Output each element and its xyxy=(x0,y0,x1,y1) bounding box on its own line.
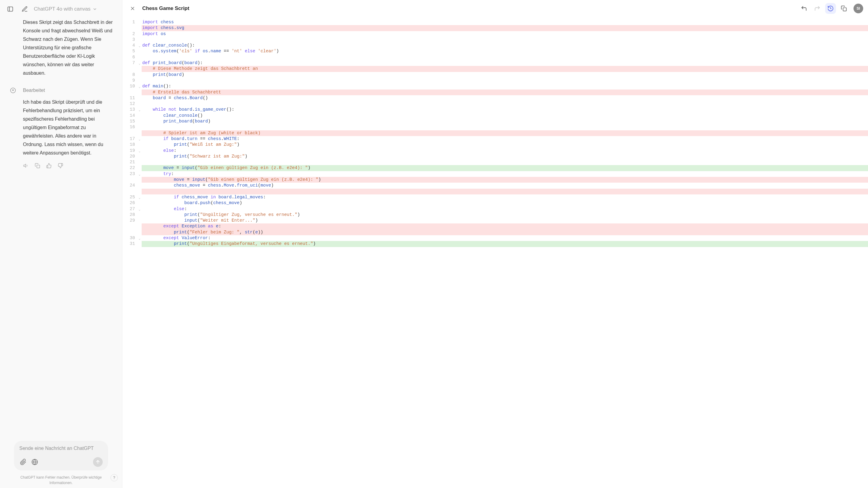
send-button[interactable] xyxy=(93,457,103,467)
line-number: 4⌄ xyxy=(122,42,142,48)
code-line[interactable] xyxy=(142,37,868,42)
chat-scroll[interactable]: Dieses Skript zeigt das Schachbrett in d… xyxy=(0,18,122,438)
line-number: 8 xyxy=(122,72,142,78)
assistant-message-1: Dieses Skript zeigt das Schachbrett in d… xyxy=(23,18,116,78)
code-line[interactable]: move = input("Gib einen gültigen Zug ein… xyxy=(142,177,868,183)
line-number xyxy=(122,130,142,136)
code-line[interactable] xyxy=(142,189,868,194)
thumbs-down-icon xyxy=(58,163,63,168)
line-number: 6 xyxy=(122,54,142,60)
line-number: 29 xyxy=(122,218,142,224)
redo-icon xyxy=(814,5,820,12)
line-number: 26 xyxy=(122,200,142,206)
code-line[interactable]: def clear_console(): xyxy=(142,42,868,48)
code-line[interactable] xyxy=(142,78,868,83)
code-line[interactable] xyxy=(142,101,868,107)
code-line[interactable]: clear_console() xyxy=(142,113,868,118)
thumbs-up-button[interactable] xyxy=(46,163,52,169)
speaker-icon xyxy=(23,163,29,168)
line-number: 27⌄ xyxy=(122,206,142,212)
line-number: 14 xyxy=(122,113,142,118)
line-number: 18 xyxy=(122,142,142,148)
code-line[interactable] xyxy=(142,54,868,60)
code-editor[interactable]: 1234⌄567⌄8910⌄111213⌄14151617⌄1819⌄20212… xyxy=(122,17,868,488)
read-aloud-button[interactable] xyxy=(23,163,29,169)
code-line[interactable]: # Diese Methode zeigt das Schachbrett an xyxy=(142,66,868,71)
line-gutter: 1234⌄567⌄8910⌄111213⌄14151617⌄1819⌄20212… xyxy=(122,19,142,488)
panel-icon xyxy=(7,6,13,12)
svg-rect-10 xyxy=(843,8,846,11)
code-line[interactable]: move = input("Gib einen gültigen Zug ein… xyxy=(142,165,868,171)
code-line[interactable]: try: xyxy=(142,171,868,177)
code-line[interactable]: input("Weiter mit Enter...") xyxy=(142,218,868,224)
undo-icon xyxy=(801,5,807,12)
code-line[interactable]: def main(): xyxy=(142,83,868,89)
line-number: 12 xyxy=(122,101,142,107)
code-line[interactable]: print_board(board) xyxy=(142,118,868,124)
code-line[interactable]: except ValueError: xyxy=(142,235,868,241)
line-number: 20 xyxy=(122,153,142,159)
code-line[interactable]: print(board) xyxy=(142,72,868,78)
line-number: 1 xyxy=(122,19,142,25)
line-number xyxy=(122,177,142,183)
code-line[interactable]: print("Ungültiger Zug, versuche es erneu… xyxy=(142,212,868,218)
line-number: 7⌄ xyxy=(122,60,142,66)
history-button[interactable] xyxy=(825,3,836,14)
code-line[interactable]: board = chess.Board() xyxy=(142,95,868,101)
line-number: 17⌄ xyxy=(122,136,142,142)
line-number xyxy=(122,189,142,194)
line-number xyxy=(122,25,142,31)
model-label: ChatGPT 4o with canvas xyxy=(34,6,91,12)
line-number: 5 xyxy=(122,48,142,54)
code-line[interactable]: board.push(chess_move) xyxy=(142,200,868,206)
code-line[interactable]: print("Ungültiges Eingabeformat, versuch… xyxy=(142,241,868,247)
code-line[interactable]: def print_board(board): xyxy=(142,60,868,66)
code-line[interactable]: if chess_move in board.legal_moves: xyxy=(142,194,868,200)
code-body[interactable]: import chessimport chess.svgimport osdef… xyxy=(142,19,868,488)
canvas-header-right: SI xyxy=(799,3,863,14)
disclaimer: ChatGPT kann Fehler machen. Überprüfe wi… xyxy=(0,473,122,488)
code-line[interactable]: import chess xyxy=(142,19,868,25)
code-line[interactable]: while not board.is_game_over(): xyxy=(142,107,868,113)
close-icon xyxy=(130,5,135,11)
attach-button[interactable] xyxy=(19,458,27,466)
history-icon xyxy=(827,5,834,12)
thumbs-down-button[interactable] xyxy=(57,163,63,169)
redo-button[interactable] xyxy=(812,3,823,14)
code-line[interactable]: except Exception as e: xyxy=(142,224,868,229)
chevron-down-icon xyxy=(92,7,97,11)
code-line[interactable]: # Erstelle das Schachbrett xyxy=(142,89,868,95)
code-line[interactable]: import os xyxy=(142,31,868,37)
arrow-up-icon xyxy=(95,459,100,465)
user-avatar[interactable]: SI xyxy=(854,4,863,13)
canvas-header: Chess Game Script SI xyxy=(122,0,868,17)
code-line[interactable]: print("Weiß ist am Zug:") xyxy=(142,142,868,148)
code-line[interactable]: else: xyxy=(142,206,868,212)
copy-code-button[interactable] xyxy=(838,3,849,14)
close-canvas-button[interactable] xyxy=(127,3,138,14)
line-number: 28 xyxy=(122,212,142,218)
code-line[interactable]: # Spieler ist am Zug (white or black) xyxy=(142,130,868,136)
code-line[interactable]: chess_move = chess.Move.from_uci(move) xyxy=(142,183,868,189)
canvas: Chess Game Script SI 1234⌄567⌄8910⌄11121… xyxy=(122,0,868,488)
web-button[interactable] xyxy=(31,458,39,466)
model-selector[interactable]: ChatGPT 4o with canvas xyxy=(34,6,97,12)
composer-input[interactable]: Sende eine Nachricht an ChatGPT xyxy=(19,446,103,453)
code-line[interactable] xyxy=(142,159,868,165)
new-chat-button[interactable] xyxy=(19,4,30,15)
code-line[interactable]: if board.turn == chess.WHITE: xyxy=(142,136,868,142)
code-line[interactable] xyxy=(142,124,868,130)
code-line[interactable]: import chess.svg xyxy=(142,25,868,31)
code-line[interactable]: print("Schwarz ist am Zug:") xyxy=(142,153,868,159)
code-line[interactable]: os.system('cls' if os.name == 'nt' else … xyxy=(142,48,868,54)
code-line[interactable]: print("Fehler beim Zug: ", str(e)) xyxy=(142,229,868,235)
composer[interactable]: Sende eine Nachricht an ChatGPT xyxy=(14,441,108,470)
toggle-sidebar-button[interactable] xyxy=(5,4,16,15)
line-number: 2 xyxy=(122,31,142,37)
globe-icon xyxy=(31,459,38,465)
copy-button[interactable] xyxy=(34,163,40,169)
code-line[interactable]: else: xyxy=(142,148,868,153)
help-button[interactable]: ? xyxy=(111,474,118,481)
undo-button[interactable] xyxy=(799,3,809,14)
assistant-message-2: Ich habe das Skript überprüft und die Fe… xyxy=(23,98,116,157)
